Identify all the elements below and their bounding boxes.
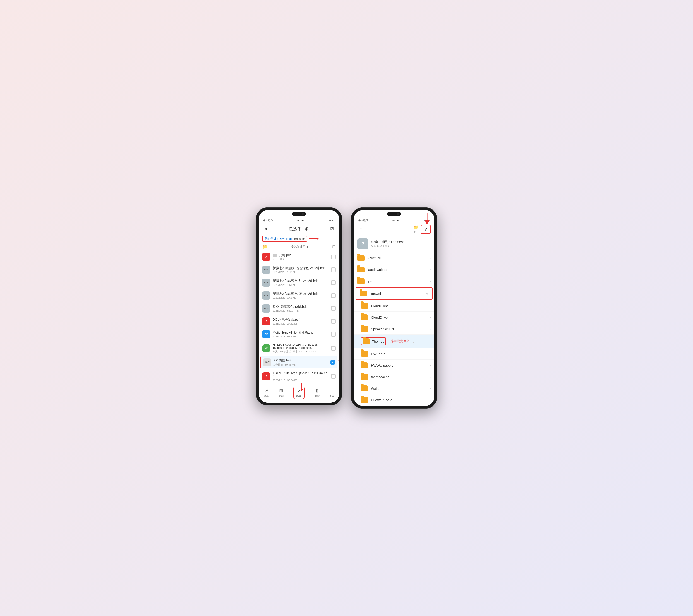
file-icon-zip: ZIP	[262, 330, 271, 338]
folder-item-wallet[interactable]: Wallet ›	[354, 383, 434, 394]
breadcrumb[interactable]: 我的手机 › Download › Browser	[262, 236, 307, 242]
file-item-selected[interactable]: HWT S21青空.hwt 1 分钟前 · 89.56 MB ✓	[260, 356, 337, 369]
chevron-right-icon: ›	[430, 304, 431, 308]
folder-icon	[363, 338, 370, 344]
select-folder-label: 选中此文件夹	[391, 339, 410, 343]
share-button[interactable]: ⎇ 分享	[264, 388, 269, 398]
folder-item-themecache[interactable]: themecache ›	[354, 371, 434, 383]
right-phone-screen: 中国电信 99.7B/s 21:53 × 📁+ ✓	[354, 210, 434, 406]
file-item[interactable]: A DOU+电子发票.pdf 2021/08/20 · 27.42 KB	[259, 315, 339, 328]
folder-item-fps[interactable]: fps ›	[354, 275, 434, 287]
time-right: 21:53	[423, 219, 430, 222]
file-info: 星空_流星深色-18键.bds 2021/05/20 · 551.37 KB	[273, 305, 329, 312]
new-folder-button[interactable]: 📁+	[414, 226, 421, 233]
camera-notch-right	[387, 212, 401, 216]
breadcrumb-part3: Browser	[294, 237, 305, 240]
file-info: 新拟态2-特别版_智能深色-26 9键.bds 2020/12/23 · 1.4…	[273, 266, 329, 273]
file-meta: 2021/08/20 · 27.42 KB	[273, 322, 329, 325]
status-bar-right: 中国电信 99.7B/s 21:53	[354, 217, 434, 223]
folder-name: themecache	[371, 375, 427, 379]
file-checkbox[interactable]	[331, 306, 336, 311]
folder-name: fastdownload	[367, 268, 427, 272]
file-item[interactable]: BDS 新拟态2-智能深色-蓝-26 9键.bds 2020/12/23 · 1…	[259, 289, 339, 302]
folder-icon	[360, 291, 367, 296]
time-left: 21:54	[329, 219, 335, 222]
folder-icon	[361, 397, 368, 403]
folder-item-fakecall[interactable]: FakeCall ›	[354, 252, 434, 264]
file-icon-bds: BDS	[262, 292, 271, 300]
folder-icon	[357, 278, 364, 284]
file-item[interactable]: MT MT2.10.1-CoolApk-21048-o_1fq5db815urk…	[259, 341, 339, 356]
file-checkbox[interactable]	[331, 280, 336, 285]
more-icon: ⋯	[330, 388, 334, 393]
close-button-right[interactable]: ×	[357, 226, 364, 233]
sort-bar: 📁 按名称排序 ▼ ⊞	[259, 243, 339, 251]
more-button[interactable]: ⋯ 更多	[329, 388, 334, 398]
folder-item-clouddrive[interactable]: CloudDrive ›	[354, 312, 434, 323]
folder-item-cloudclone[interactable]: CloudClone ›	[354, 300, 434, 312]
move-button[interactable]: ↗ 移动	[293, 386, 304, 399]
camera-area-right	[354, 210, 434, 217]
delete-button[interactable]: 🗑 删除	[315, 388, 320, 398]
folder-name: HWFonts	[371, 352, 427, 356]
selected-file-annotation	[338, 359, 339, 362]
folder-item-huawei[interactable]: Huawei ∨	[356, 288, 432, 299]
folder-item-huaweishare[interactable]: Huawei Share ›	[354, 394, 434, 406]
folder-item-themes[interactable]: Themes 选中此文件夹 ∨	[354, 335, 434, 348]
copy-button[interactable]: ⊞ 复制	[279, 388, 283, 398]
move-icon: ↗	[297, 388, 301, 393]
folder-icon	[361, 362, 368, 368]
folder-name: Wallet	[371, 386, 427, 391]
folder-item-hwwallpapers[interactable]: HWWallpapers ›	[354, 360, 434, 371]
file-checkbox[interactable]	[331, 374, 336, 379]
file-item[interactable]: BDS 新拟态2-特别版_智能深色-26 9键.bds 2020/12/23 ·…	[259, 263, 339, 276]
file-checkbox[interactable]	[331, 332, 336, 337]
camera-area-left	[259, 210, 339, 217]
file-item[interactable]: BDS 星空_流星深色-18键.bds 2021/05/20 · 551.37 …	[259, 302, 339, 315]
folder-icon	[357, 266, 364, 273]
file-item[interactable]: ZIP Motionleap v1.3.4 专业版.zip 2021/04/13…	[259, 328, 339, 341]
camera-notch-left	[292, 212, 306, 216]
file-checkbox[interactable]	[331, 346, 336, 351]
file-info: 新拟态2-智能深色-红-26 9键.bds 2020/12/23 · 1.51 …	[273, 279, 329, 286]
folder-icon	[361, 351, 368, 357]
speed-right: 99.7B/s	[392, 219, 400, 222]
check-all-button[interactable]: ☑	[329, 225, 336, 233]
folder-name: Huawei	[370, 292, 423, 296]
delete-icon: 🗑	[315, 388, 319, 393]
right-app-content: × 📁+ ✓	[354, 223, 434, 406]
main-container: 中国电信 18.7B/s 21:54 × 已选择 1 项 ☑ 我的手机	[256, 207, 437, 409]
file-item[interactable]: A TB1nHL13eH2gK0jSZJnXXaT1FXa.pdf 2020/1…	[259, 369, 339, 384]
right-phone-wrapper: 中国电信 99.7B/s 21:53 × 📁+ ✓	[351, 207, 437, 409]
file-checkbox[interactable]	[331, 319, 336, 324]
dialog-subtitle: 总共 89.56 MB	[371, 244, 404, 248]
folder-icon	[361, 326, 368, 332]
folder-icon	[357, 255, 364, 261]
copy-icon: ⊞	[279, 388, 283, 393]
chevron-right-icon: ›	[430, 398, 431, 402]
confirm-button[interactable]: ✓	[422, 226, 429, 233]
folder-item-hwfonts[interactable]: HWFonts ›	[354, 348, 434, 360]
breadcrumb-part2: Download	[279, 237, 292, 240]
file-checkbox[interactable]	[331, 267, 336, 272]
folder-name: fps	[367, 279, 427, 283]
file-checkbox-checked[interactable]: ✓	[331, 360, 335, 365]
dialog-icon: ?	[357, 238, 368, 249]
folder-name: Huawei Share	[371, 398, 427, 402]
close-button-left[interactable]: ×	[262, 225, 270, 233]
grid-view-btn[interactable]: ⊞	[332, 244, 336, 249]
folder-item-fastdownload[interactable]: fastdownload ›	[354, 264, 434, 275]
file-item[interactable]: A 公司.pdf 2... · ...KB	[259, 251, 339, 263]
carrier-right: 中国电信	[358, 219, 368, 222]
folder-icon	[361, 303, 368, 309]
file-icon-pdf: A	[262, 317, 271, 325]
folder-item-speakersdkct[interactable]: SpeakerSDKCt ›	[354, 323, 434, 335]
file-checkbox[interactable]	[331, 255, 336, 259]
file-meta: 2020/12/16 · 37.74 KB	[273, 379, 329, 382]
file-checkbox[interactable]	[331, 293, 336, 298]
sort-label[interactable]: 按名称排序 ▼	[291, 245, 309, 249]
file-info: Motionleap v1.3.4 专业版.zip 2021/04/13 · 9…	[273, 331, 329, 338]
file-name: S21青空.hwt	[273, 358, 328, 362]
file-item[interactable]: BDS 新拟态2-智能深色-红-26 9键.bds 2020/12/23 · 1…	[259, 276, 339, 289]
folder-name: SpeakerSDKCt	[371, 327, 427, 331]
